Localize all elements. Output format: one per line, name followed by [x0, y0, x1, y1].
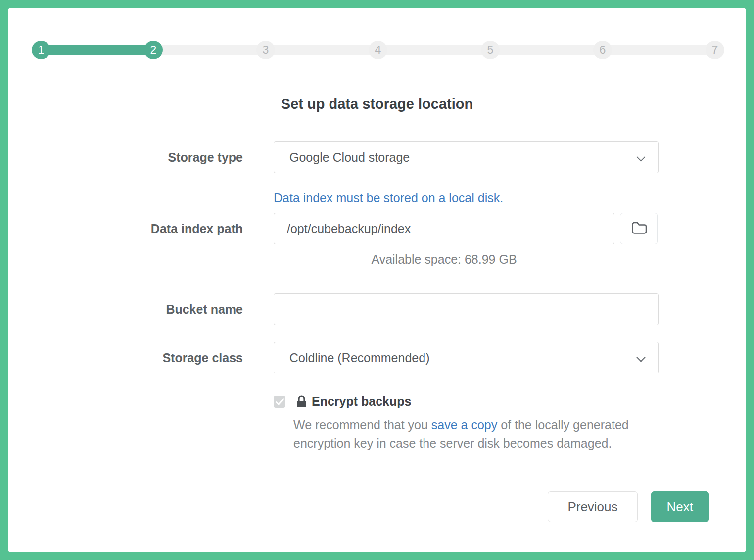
folder-icon: [631, 221, 647, 236]
step-1: 1: [32, 41, 50, 59]
chevron-down-icon: [636, 353, 645, 362]
encrypt-label: Encrypt backups: [312, 394, 411, 409]
page-title: Set up data storage location: [8, 94, 746, 114]
previous-button[interactable]: Previous: [548, 491, 637, 522]
stepper-connector: [385, 45, 483, 55]
encrypt-row: Encrypt backups: [8, 394, 746, 409]
available-space-text: Available space: 68.99 GB: [274, 252, 614, 267]
browse-folder-button[interactable]: [620, 213, 658, 244]
stepper-connector: [498, 45, 595, 55]
bucket-name-input[interactable]: [274, 293, 659, 325]
lock-icon: [296, 395, 307, 408]
step-5: 5: [481, 41, 500, 59]
data-index-row: Data index path: [8, 213, 746, 244]
setup-wizard-card: 1234567 Set up data storage location Sto…: [8, 8, 746, 552]
step-2: 2: [144, 41, 163, 59]
chevron-down-icon: [636, 152, 645, 161]
encrypt-checkbox[interactable]: [274, 396, 285, 408]
stepper-connector: [161, 45, 258, 55]
stepper-connector: [48, 45, 146, 55]
storage-class-value: Coldline (Recommended): [289, 351, 429, 365]
storage-type-row: Storage type Google Cloud storage: [8, 141, 746, 173]
storage-type-value: Google Cloud storage: [289, 150, 410, 165]
storage-class-select[interactable]: Coldline (Recommended): [274, 342, 659, 373]
storage-class-label: Storage class: [8, 351, 243, 365]
stepper: 1234567: [32, 41, 724, 59]
storage-type-select[interactable]: Google Cloud storage: [274, 141, 659, 173]
save-a-copy-link[interactable]: save a copy: [431, 418, 497, 432]
bucket-name-label: Bucket name: [8, 302, 243, 317]
storage-form: Storage type Google Cloud storage Data i…: [8, 141, 746, 453]
step-3: 3: [256, 41, 275, 59]
next-button[interactable]: Next: [651, 491, 709, 522]
storage-class-row: Storage class Coldline (Recommended): [8, 342, 746, 373]
data-index-note-row: Data index must be stored on a local dis…: [8, 191, 746, 205]
bucket-name-row: Bucket name: [8, 293, 746, 325]
encrypt-description: We recommend that you save a copy of the…: [274, 416, 659, 453]
data-index-path-input[interactable]: [274, 213, 614, 244]
check-icon: [276, 398, 284, 405]
step-4: 4: [369, 41, 387, 59]
wizard-footer: Previous Next: [8, 491, 746, 522]
data-index-note: Data index must be stored on a local dis…: [274, 191, 659, 205]
data-index-label: Data index path: [8, 222, 243, 236]
available-space-row: Available space: 68.99 GB: [8, 252, 746, 267]
step-6: 6: [593, 41, 612, 59]
stepper-connector: [273, 45, 371, 55]
step-7: 7: [706, 41, 724, 59]
encrypt-description-row: We recommend that you save a copy of the…: [8, 416, 746, 453]
storage-type-label: Storage type: [8, 150, 243, 165]
stepper-connector: [610, 45, 707, 55]
